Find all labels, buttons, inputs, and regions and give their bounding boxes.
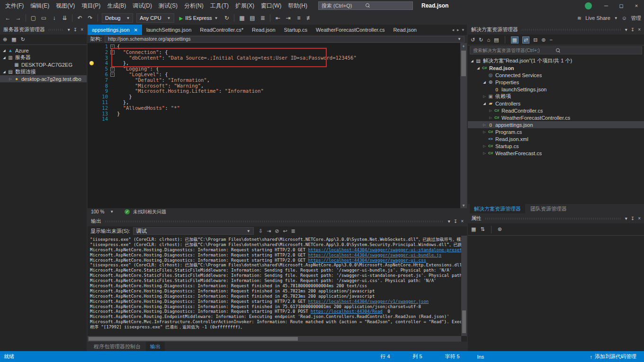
collapse-arrow-icon[interactable]: ◢: [482, 102, 487, 106]
quick-search-box[interactable]: 搜索 (Ctrl+Q): [318, 1, 413, 10]
code-line[interactable]: 9 "Microsoft.Hosting.Lifetime": "Informa…: [88, 88, 460, 94]
tree-item[interactable]: <>Read.json.xml: [468, 135, 644, 142]
window-position-icon[interactable]: ▾: [625, 216, 627, 221]
collapse-arrow-icon[interactable]: ◢: [1, 70, 7, 74]
editor[interactable]: 1−{2− "Connection": {3 "dbContent": "Dat…: [88, 43, 467, 208]
editor-tab[interactable]: Read.json: [248, 25, 280, 35]
collapse-arrow-icon[interactable]: ◢: [475, 66, 481, 70]
fold-collapse-icon[interactable]: −: [110, 50, 115, 54]
navigate-backward-icon[interactable]: ←: [3, 15, 13, 21]
output-source-dropdown[interactable]: 调试 ▼: [133, 227, 254, 235]
go-to-next-message-icon[interactable]: ⇥: [267, 228, 271, 234]
tree-item[interactable]: ◢C#Read.json: [468, 64, 644, 71]
tree-item[interactable]: ▷C#Program.cs: [468, 128, 644, 135]
fold-collapse-icon[interactable]: −: [110, 72, 115, 77]
output-link[interactable]: https://localhost:44304/Read: [311, 309, 383, 314]
editor-tab[interactable]: ReadController.cs*: [196, 25, 248, 35]
manage-label[interactable]: 管理: [631, 15, 641, 22]
editor-tab[interactable]: Startup.cs: [280, 25, 312, 35]
connect-server-icon[interactable]: ▦: [11, 36, 16, 43]
code-line[interactable]: 12 "AllowedHosts": "*": [88, 106, 460, 111]
menu-item[interactable]: 扩展(X): [232, 2, 258, 10]
increase-indent-icon[interactable]: ⇥: [283, 15, 293, 21]
collapse-arrow-icon[interactable]: ◢: [482, 80, 487, 84]
tree-item[interactable]: ▷C#WeatherForecastController.cs: [468, 114, 644, 121]
menu-item[interactable]: 视图(V): [53, 2, 78, 10]
tree-item[interactable]: ◢▰Controllers: [468, 100, 644, 107]
expand-arrow-icon[interactable]: ▷: [488, 109, 493, 113]
window-position-icon[interactable]: ▾: [448, 219, 450, 224]
properties-icon[interactable]: ⊛: [541, 37, 546, 43]
menu-item[interactable]: 工具(T): [207, 2, 232, 10]
show-markers-icon[interactable]: ≣: [258, 15, 268, 21]
expand-arrow-icon[interactable]: ▷: [482, 151, 487, 155]
schema-dropdown[interactable]: http://json.schemastore.org/appsettings …: [105, 36, 465, 43]
forward-icon[interactable]: ↻: [479, 37, 483, 43]
zoom-dropdown[interactable]: 100 % ▼: [91, 209, 121, 214]
close-icon[interactable]: ×: [638, 216, 641, 221]
save-all-icon[interactable]: ⇊: [60, 15, 70, 21]
expand-arrow-icon[interactable]: ▷: [488, 116, 493, 120]
platform-dropdown[interactable]: Any CPU ▼: [136, 13, 174, 23]
decrease-indent-icon[interactable]: ⇤: [273, 15, 283, 21]
navigate-to-icon[interactable]: ▤: [247, 15, 257, 21]
code-line[interactable]: 3 "dbContent": "Data Source=.;Initial Ca…: [88, 55, 460, 61]
lightbulb-icon[interactable]: [89, 61, 94, 65]
tree-item[interactable]: ◢▥服务器: [0, 54, 87, 61]
output-vertical-scrollbar[interactable]: [461, 236, 467, 336]
show-all-files-icon[interactable]: ▦: [511, 36, 519, 44]
tree-item[interactable]: ◢▲Azure: [0, 47, 87, 54]
preview-selected-items-icon[interactable]: −: [550, 37, 553, 43]
tree-item[interactable]: ▷{}appsettings.json: [468, 121, 644, 128]
editor-scrollbar[interactable]: + ▼: [460, 43, 467, 208]
tree-item[interactable]: ▷▣依赖项: [468, 93, 644, 100]
menu-item[interactable]: 测试(S): [155, 2, 181, 10]
tree-item[interactable]: ◢▤数据连接: [0, 68, 87, 75]
panel-tab[interactable]: 输出: [146, 342, 165, 351]
navigate-forward-icon[interactable]: →: [13, 15, 23, 21]
close-icon[interactable]: ×: [638, 27, 641, 32]
editor-tab[interactable]: appsettings.json✕: [88, 25, 142, 35]
editor-tab[interactable]: WeatherForecastController.cs: [312, 25, 389, 35]
tree-item[interactable]: ◢▤解决方案"Read.json"(1 个项目/共 1 个): [468, 57, 644, 64]
configuration-dropdown[interactable]: Debug ▼: [102, 13, 133, 23]
window-position-icon[interactable]: ▾: [68, 27, 70, 32]
close-tab-icon[interactable]: ✕: [134, 27, 138, 33]
output-body[interactable]: "iisexpress.exe" (CoreCLR: clrhost): 已加载…: [88, 236, 467, 336]
open-file-icon[interactable]: ▭: [39, 15, 49, 21]
scrollbar-thumb[interactable]: [461, 51, 466, 76]
find-in-files-icon[interactable]: ▦: [237, 15, 247, 21]
fold-collapse-icon[interactable]: −: [110, 44, 115, 49]
code-line[interactable]: 14: [88, 116, 460, 122]
close-icon[interactable]: ×: [461, 219, 464, 224]
server-explorer-header[interactable]: 服务器资源管理器 ▾ ↧ ×: [0, 25, 87, 35]
tree-item[interactable]: ▦DESKTOP-AC7G2EG: [0, 61, 87, 68]
properties-header[interactable]: 属性 ▾ ↧ ×: [468, 213, 644, 223]
split-editor-handle[interactable]: +: [460, 43, 467, 50]
output-header[interactable]: 输出 ▾ ↧ ×: [88, 216, 467, 226]
home-icon[interactable]: ⌂: [487, 37, 490, 43]
expand-arrow-icon[interactable]: ▷: [482, 123, 487, 127]
refresh-icon[interactable]: ↻: [222, 15, 232, 21]
expand-arrow-icon[interactable]: ▷: [482, 130, 487, 134]
expand-arrow-icon[interactable]: ▷: [482, 95, 487, 98]
clear-output-icon[interactable]: ⊘: [275, 228, 279, 234]
menu-item[interactable]: 分析(N): [181, 2, 207, 10]
menu-item[interactable]: 帮助(H): [285, 2, 311, 10]
menu-item[interactable]: 生成(B): [104, 2, 129, 10]
menu-item[interactable]: 项目(P): [78, 2, 104, 10]
editor-tab[interactable]: launchSettings.json: [142, 25, 196, 35]
output-link[interactable]: https://localhost:44304/swagger/swagger-…: [308, 253, 442, 257]
solution-explorer-header[interactable]: 解决方案资源管理器 ▾ ↧ ×: [468, 25, 644, 35]
live-share-icon[interactable]: ≋: [577, 15, 581, 21]
pin-icon[interactable]: ↧: [631, 27, 635, 32]
output-horizontal-scrollbar[interactable]: [88, 336, 461, 342]
tree-item[interactable]: ◎Connected Services: [468, 71, 644, 79]
switch-views-icon[interactable]: ▤: [494, 37, 499, 43]
status-insert-mode[interactable]: Ins: [477, 354, 510, 360]
panel-tab[interactable]: 解决方案资源管理器: [470, 204, 525, 213]
menu-item[interactable]: 调试(D): [129, 2, 155, 10]
tree-item[interactable]: {}launchSettings.json: [468, 86, 644, 93]
word-wrap-icon[interactable]: ↩: [283, 228, 287, 234]
menu-item[interactable]: 窗口(W): [258, 2, 285, 10]
